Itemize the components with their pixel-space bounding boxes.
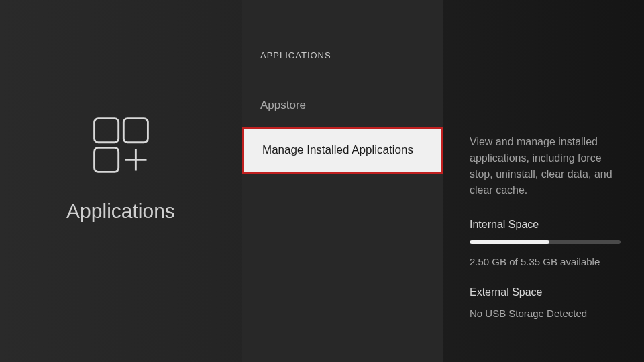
internal-space-title: Internal Space — [470, 219, 624, 231]
internal-space-progress-fill — [470, 240, 549, 244]
left-panel: Applications — [0, 0, 241, 362]
external-space-value: No USB Storage Detected — [470, 308, 624, 319]
section-header: APPLICATIONS — [241, 50, 443, 84]
menu-item-appstore[interactable]: Appstore — [241, 84, 443, 127]
svg-rect-0 — [94, 118, 118, 142]
right-panel: View and manage installed applications, … — [443, 0, 644, 362]
middle-panel: APPLICATIONS Appstore Manage Installed A… — [241, 0, 443, 362]
internal-space-value: 2.50 GB of 5.35 GB available — [470, 256, 624, 267]
menu-item-manage-installed-applications[interactable]: Manage Installed Applications — [241, 127, 443, 174]
external-space-title: External Space — [470, 286, 624, 298]
internal-space-progress — [470, 240, 621, 244]
svg-rect-2 — [94, 147, 118, 172]
description-text: View and manage installed applications, … — [470, 134, 624, 198]
applications-icon — [89, 113, 153, 180]
svg-rect-1 — [123, 118, 148, 142]
left-panel-title: Applications — [66, 200, 175, 223]
